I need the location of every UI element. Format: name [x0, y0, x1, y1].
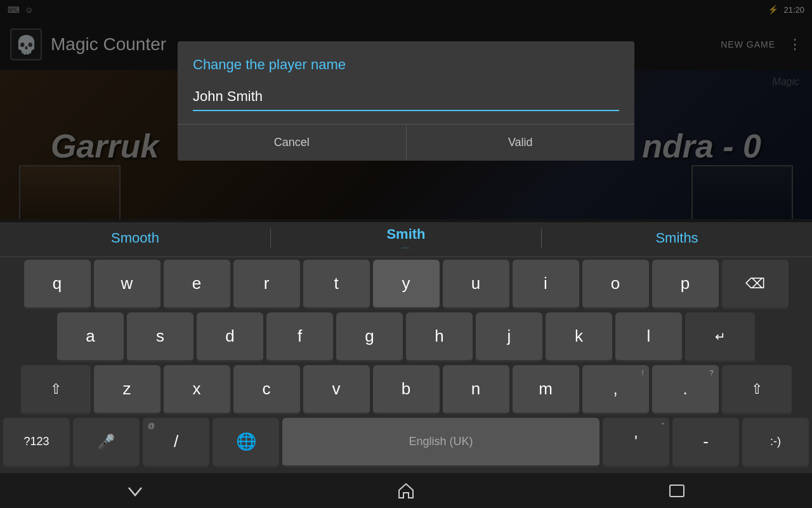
- player-name-input[interactable]: [193, 83, 619, 111]
- svg-marker-0: [399, 484, 413, 498]
- suggestions-bar: Smooth Smith ... Smiths: [0, 219, 812, 257]
- key-n[interactable]: n: [443, 365, 509, 415]
- keyboard-area: Smooth Smith ... Smiths q w e r t y u i …: [0, 219, 812, 508]
- key-row-4: ?123 🎤 /@ 🌐 English (UK) '" - :-): [3, 418, 809, 467]
- key-numbers[interactable]: ?123: [3, 418, 70, 467]
- key-row-3: ⇧ z x c v b n m ,! .? ⇧: [3, 365, 809, 415]
- key-r[interactable]: r: [233, 260, 300, 309]
- key-g[interactable]: g: [336, 312, 403, 362]
- shift-right-icon: ⇧: [751, 381, 763, 398]
- key-w[interactable]: w: [94, 260, 160, 309]
- key-smiley[interactable]: :-): [742, 418, 809, 467]
- key-apos-sub: ": [662, 422, 664, 429]
- back-icon: [126, 481, 145, 500]
- key-x[interactable]: x: [164, 365, 230, 415]
- nav-home-button[interactable]: [377, 476, 435, 505]
- key-f[interactable]: f: [266, 312, 333, 362]
- key-c[interactable]: c: [233, 365, 300, 415]
- keyboard-keys: q w e r t y u i o p ⌫ a s d f g h j k l: [0, 257, 812, 467]
- key-z[interactable]: z: [94, 365, 160, 415]
- suggestion-smooth[interactable]: Smooth: [0, 225, 270, 251]
- key-enter[interactable]: ↵: [685, 312, 755, 362]
- shift-left-icon: ⇧: [50, 381, 62, 398]
- key-p[interactable]: p: [652, 260, 719, 309]
- rename-dialog: Change the player name Cancel Valid: [178, 41, 634, 161]
- key-v[interactable]: v: [303, 365, 370, 415]
- valid-button[interactable]: Valid: [407, 124, 635, 161]
- key-comma-sub: !: [641, 369, 643, 377]
- key-i[interactable]: i: [513, 260, 579, 309]
- key-e[interactable]: e: [164, 260, 230, 309]
- dialog-input-wrapper: [178, 83, 634, 124]
- key-l[interactable]: l: [615, 312, 682, 362]
- key-space[interactable]: English (UK): [282, 418, 599, 467]
- key-b[interactable]: b: [373, 365, 440, 415]
- key-row-1: q w e r t y u i o p ⌫: [3, 260, 809, 309]
- key-slash[interactable]: /@: [143, 418, 209, 467]
- key-k[interactable]: k: [546, 312, 612, 362]
- key-row-2: a s d f g h j k l ↵: [3, 312, 809, 362]
- key-backspace[interactable]: ⌫: [722, 260, 789, 309]
- key-h[interactable]: h: [406, 312, 473, 362]
- key-o[interactable]: o: [582, 260, 649, 309]
- home-icon: [396, 481, 416, 500]
- suggestion-smiths[interactable]: Smiths: [542, 225, 812, 251]
- key-m[interactable]: m: [513, 365, 579, 415]
- key-s[interactable]: s: [127, 312, 193, 362]
- key-j[interactable]: j: [476, 312, 542, 362]
- key-slash-sub: @: [148, 422, 155, 429]
- dialog-title: Change the player name: [178, 41, 634, 83]
- cancel-button[interactable]: Cancel: [178, 124, 407, 161]
- nav-bar: [0, 473, 812, 508]
- enter-icon: ↵: [715, 329, 726, 344]
- key-apostrophe[interactable]: '": [603, 418, 669, 467]
- key-period[interactable]: .?: [652, 365, 719, 415]
- nav-back-button[interactable]: [107, 476, 164, 505]
- dialog-buttons: Cancel Valid: [178, 124, 634, 161]
- key-shift-right[interactable]: ⇧: [722, 365, 792, 415]
- key-period-sub: ?: [709, 369, 713, 377]
- key-shift-left[interactable]: ⇧: [21, 365, 91, 415]
- suggestion-smith[interactable]: Smith ...: [271, 221, 541, 255]
- key-u[interactable]: u: [443, 260, 509, 309]
- key-comma[interactable]: ,!: [582, 365, 649, 415]
- svg-rect-1: [670, 485, 684, 497]
- recent-icon: [667, 481, 686, 500]
- key-dash[interactable]: -: [672, 418, 739, 467]
- key-y[interactable]: y: [373, 260, 440, 309]
- key-a[interactable]: a: [57, 312, 124, 362]
- key-t[interactable]: t: [303, 260, 370, 309]
- nav-recent-button[interactable]: [648, 476, 705, 505]
- key-globe[interactable]: 🌐: [213, 418, 279, 467]
- backspace-icon: ⌫: [745, 276, 765, 292]
- key-d[interactable]: d: [197, 312, 263, 362]
- key-q[interactable]: q: [24, 260, 91, 309]
- key-mic[interactable]: 🎤: [73, 418, 140, 467]
- suggestion-dot: ...: [276, 244, 536, 250]
